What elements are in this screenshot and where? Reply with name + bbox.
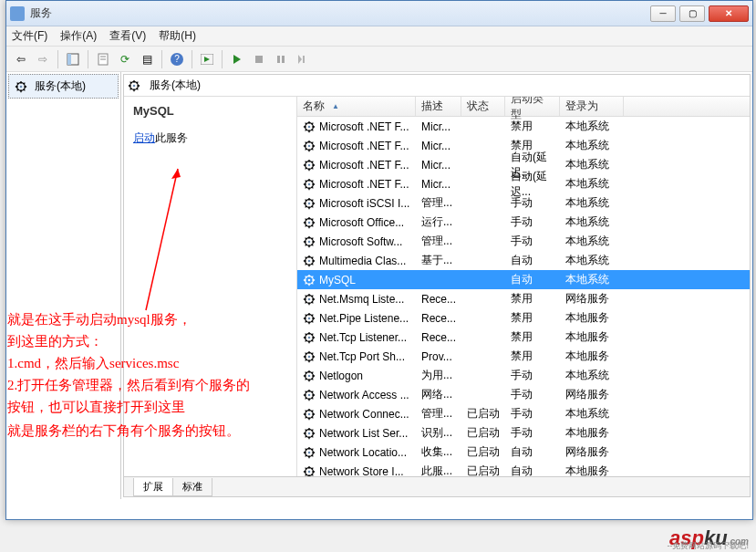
- gear-icon: [303, 427, 316, 440]
- service-status: [461, 182, 505, 187]
- service-row[interactable]: Microsoft iSCSI I...管理...手动本地系统: [297, 193, 750, 213]
- service-logon: 本地系统: [560, 365, 624, 386]
- service-row[interactable]: Multimedia Clas...基于...自动本地系统: [297, 251, 750, 270]
- service-row[interactable]: Microsoft Office...运行...手动本地系统: [297, 213, 750, 232]
- service-desc: 管理...: [416, 403, 461, 424]
- service-logon: 本地系统: [560, 154, 624, 175]
- gear-icon: [303, 140, 316, 152]
- gear-icon: [303, 235, 316, 248]
- tab-standard[interactable]: 标准: [172, 478, 212, 496]
- back-button[interactable]: ⇦: [12, 50, 30, 68]
- list-panel: 名称▲ 描述 状态 启动类型 登录为 Microsoft .NET F...Mi…: [297, 97, 750, 476]
- menu-help[interactable]: 帮助(H): [159, 28, 196, 44]
- service-row[interactable]: Network List Ser...识别...已启动手动本地服务: [297, 423, 750, 443]
- service-name: Net.Pipe Listene...: [319, 312, 409, 325]
- service-status: [461, 335, 505, 340]
- service-row[interactable]: Net.Msmq Liste...Rece...禁用网络服务: [297, 289, 750, 308]
- service-status: [461, 162, 505, 168]
- col-desc[interactable]: 描述: [416, 97, 461, 116]
- list-rows[interactable]: Microsoft .NET F...Micr...禁用本地系统Microsof…: [297, 117, 750, 476]
- service-status: 已启动: [461, 403, 505, 424]
- gear-icon: [303, 389, 316, 401]
- service-logon: 本地系统: [560, 403, 624, 424]
- properties-button[interactable]: [94, 50, 112, 68]
- toolbar: ⇦ ⇨ ⟳ ▤ ?: [6, 47, 752, 72]
- svg-marker-9: [233, 55, 241, 64]
- start-suffix: 此服务: [155, 131, 188, 144]
- service-desc: Rece...: [416, 328, 461, 347]
- service-row[interactable]: Network Locatio...收集...已启动自动网络服务: [297, 443, 750, 462]
- service-status: 已启动: [461, 422, 505, 443]
- gear-icon: [303, 255, 316, 267]
- gear-icon: [303, 274, 316, 286]
- minimize-button[interactable]: ─: [650, 5, 676, 22]
- service-status: [461, 239, 505, 245]
- menu-action[interactable]: 操作(A): [60, 28, 97, 44]
- service-desc: 管理...: [416, 231, 461, 252]
- service-desc: 此服...: [416, 461, 461, 476]
- gear-icon: [303, 408, 316, 421]
- tab-extended[interactable]: 扩展: [133, 478, 173, 496]
- service-name: Microsoft iSCSI I...: [319, 197, 409, 210]
- start-service-link[interactable]: 启动: [133, 131, 155, 144]
- service-logon: 本地服务: [560, 346, 624, 367]
- svg-marker-13: [298, 55, 302, 64]
- service-startup: 禁用: [505, 346, 560, 367]
- col-status[interactable]: 状态: [461, 97, 505, 116]
- service-logon: 本地服务: [560, 327, 624, 348]
- service-name: Network Store I...: [319, 465, 404, 477]
- service-logon: 本地系统: [560, 117, 624, 137]
- sort-asc-icon: ▲: [332, 102, 339, 110]
- services-icon: [15, 80, 27, 93]
- help-button[interactable]: ?: [168, 50, 186, 68]
- col-name[interactable]: 名称▲: [297, 97, 416, 116]
- service-name: Network Access ...: [319, 389, 409, 401]
- play-combo-button[interactable]: [198, 50, 216, 68]
- service-row[interactable]: Net.Tcp Listener...Rece...禁用本地服务: [297, 328, 750, 347]
- service-logon: 本地系统: [560, 135, 624, 156]
- col-startup[interactable]: 启动类型: [505, 97, 560, 116]
- service-startup: 自动: [505, 442, 560, 463]
- maximize-button[interactable]: ▢: [679, 5, 705, 22]
- col-logon[interactable]: 登录为: [560, 97, 624, 116]
- stop-button[interactable]: [250, 50, 268, 68]
- service-startup: 自动: [505, 461, 560, 476]
- svg-marker-8: [204, 57, 210, 62]
- titlebar[interactable]: 服务 ─ ▢ ✕: [6, 1, 752, 26]
- start-button[interactable]: [228, 50, 246, 68]
- service-startup: 禁用: [505, 327, 560, 348]
- menu-file[interactable]: 文件(F): [12, 28, 47, 44]
- service-row[interactable]: Network Access ...网络...手动网络服务: [297, 385, 750, 404]
- gear-icon: [303, 178, 316, 191]
- service-row[interactable]: Network Store I...此服...已启动自动本地服务: [297, 462, 750, 476]
- service-row[interactable]: Microsoft .NET F...Micr...禁用本地系统: [297, 117, 750, 136]
- service-row[interactable]: Network Connec...管理...已启动手动本地系统: [297, 404, 750, 423]
- service-row[interactable]: MySQL自动本地系统: [297, 270, 750, 289]
- service-row[interactable]: Net.Pipe Listene...Rece...禁用本地服务: [297, 308, 750, 328]
- tree-root[interactable]: 服务(本地): [8, 74, 119, 99]
- service-desc: 管理...: [416, 193, 461, 214]
- service-row[interactable]: Microsoft Softw...管理...手动本地系统: [297, 232, 750, 251]
- restart-button[interactable]: [294, 50, 312, 68]
- pause-button[interactable]: [272, 50, 290, 68]
- service-row[interactable]: Netlogon为用...手动本地系统: [297, 366, 750, 385]
- forward-button[interactable]: ⇨: [34, 50, 52, 68]
- export-button[interactable]: ▤: [138, 50, 156, 68]
- service-desc: Micr...: [416, 118, 461, 136]
- menu-view[interactable]: 查看(V): [109, 28, 146, 44]
- service-startup: 手动: [505, 193, 560, 214]
- service-desc: Micr...: [416, 175, 461, 193]
- service-row[interactable]: Net.Tcp Port Sh...Prov...禁用本地服务: [297, 347, 750, 366]
- gear-icon: [303, 216, 316, 229]
- refresh-button[interactable]: ⟳: [116, 50, 134, 68]
- service-desc: Rece...: [416, 309, 461, 328]
- service-desc: [416, 277, 461, 283]
- service-desc: Micr...: [416, 156, 461, 174]
- service-startup: 手动: [505, 422, 560, 443]
- close-button[interactable]: ✕: [709, 5, 749, 22]
- right-header: 服务(本地): [124, 75, 750, 97]
- service-desc: 为用...: [416, 365, 461, 386]
- service-startup: 禁用: [505, 117, 560, 137]
- service-row[interactable]: Microsoft .NET F...Micr...自动(延迟...本地系统: [297, 174, 750, 193]
- show-hide-button[interactable]: [64, 50, 82, 68]
